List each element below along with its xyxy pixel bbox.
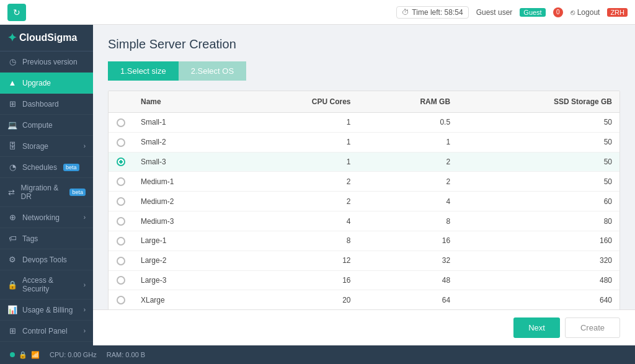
sidebar-item-previous-version[interactable]: ◷ Previous version [0, 51, 93, 73]
row-radio[interactable] [109, 270, 133, 290]
row-ssd: 160 [458, 231, 619, 251]
radio-circle [117, 237, 125, 246]
row-radio[interactable] [109, 132, 133, 152]
col-radio [109, 91, 133, 113]
sidebar-item-networking[interactable]: ⊕ Networking › [0, 207, 93, 228]
table-row[interactable]: Large-21232320 [109, 251, 619, 270]
row-ssd: 60 [458, 192, 619, 211]
row-cpu: 1 [239, 113, 358, 133]
tab-select-size[interactable]: 1.Select size [108, 61, 179, 81]
server-size-table-container: Name CPU Cores RAM GB SSD Storage GB Sma… [108, 91, 620, 309]
row-name: XLarge [133, 290, 239, 309]
page-title: Simple Server Creation [108, 37, 620, 51]
server-size-table: Name CPU Cores RAM GB SSD Storage GB Sma… [109, 91, 619, 309]
radio-circle [117, 138, 125, 147]
status-bar: 🔒 📶 CPU: 0.00 GHz RAM: 0.00 B [0, 345, 635, 364]
col-ssd: SSD Storage GB [458, 91, 619, 113]
row-radio[interactable] [109, 290, 133, 309]
row-radio[interactable] [109, 231, 133, 251]
tab-select-os[interactable]: 2.Select OS [179, 61, 246, 81]
row-name: Large-3 [133, 270, 239, 290]
sidebar-item-dashboard[interactable]: ⊞ Dashboard [0, 94, 93, 115]
refresh-button[interactable]: ↻ [7, 4, 26, 21]
row-name: Small-1 [133, 113, 239, 133]
row-cpu: 20 [239, 290, 358, 309]
sidebar-item-access[interactable]: 🔒 Access & Security › [0, 270, 93, 300]
table-row[interactable]: Small-21150 [109, 132, 619, 152]
create-button[interactable]: Create [565, 317, 620, 338]
content-inner: Simple Server Creation 1.Select size 2.S… [93, 25, 635, 309]
row-ssd: 50 [458, 152, 619, 172]
row-name: Large-1 [133, 231, 239, 251]
guest-user-label: Guest user [476, 8, 513, 17]
logout-label: Logout [577, 8, 600, 17]
beta-badge: beta [69, 189, 86, 196]
sidebar-item-label: Dashboard [22, 100, 59, 109]
next-button[interactable]: Next [513, 317, 560, 338]
sidebar-item-label: Upgrade [22, 79, 51, 87]
radio-circle [117, 276, 125, 285]
row-radio[interactable] [109, 113, 133, 133]
row-name: Small-3 [133, 152, 239, 172]
sidebar-item-label: Schedules [22, 163, 57, 172]
sidebar-item-label: Tags [22, 234, 38, 243]
row-cpu: 4 [239, 211, 358, 231]
compute-icon: 💻 [7, 120, 17, 130]
sidebar-item-label: Previous version [22, 58, 78, 66]
sidebar-item-label: Networking [22, 213, 60, 222]
radio-circle [117, 296, 125, 304]
timer: ⏱ Time left: 58:54 [396, 6, 468, 19]
radio-circle [117, 217, 125, 226]
col-name: Name [133, 91, 239, 113]
topbar: ↻ ⏱ Time left: 58:54 Guest user Guest 0 … [0, 0, 635, 25]
row-radio[interactable] [109, 172, 133, 192]
row-radio[interactable] [109, 152, 133, 172]
sidebar-item-label: Migration & DR [21, 184, 64, 201]
tags-icon: 🏷 [7, 234, 17, 243]
content-area: Simple Server Creation 1.Select size 2.S… [93, 25, 635, 345]
row-radio[interactable] [109, 211, 133, 231]
sidebar-item-devops[interactable]: ⚙ Devops Tools [0, 249, 93, 270]
row-radio[interactable] [109, 192, 133, 211]
sidebar-item-billing[interactable]: 📊 Usage & Billing › [0, 300, 93, 321]
row-name: Large-2 [133, 251, 239, 270]
radio-circle [117, 197, 125, 206]
cpu-status: CPU: 0.00 GHz [50, 351, 97, 358]
row-radio[interactable] [109, 251, 133, 270]
sidebar-item-schedules[interactable]: ◔ Schedules beta [0, 157, 93, 178]
row-ssd: 640 [458, 290, 619, 309]
sidebar-item-tags[interactable]: 🏷 Tags [0, 228, 93, 249]
row-name: Medium-1 [133, 172, 239, 192]
row-cpu: 2 [239, 192, 358, 211]
sidebar-item-label: Storage [22, 142, 48, 151]
refresh-icon: ↻ [13, 7, 20, 17]
table-row[interactable]: Small-31250 [109, 152, 619, 172]
sidebar: ✦ CloudSigma ◷ Previous version ▲ Upgrad… [0, 25, 93, 345]
table-row[interactable]: XLarge2064640 [109, 290, 619, 309]
sidebar-item-storage[interactable]: 🗄 Storage › [0, 136, 93, 157]
sidebar-item-migration[interactable]: ⇄ Migration & DR beta [0, 178, 93, 207]
table-row[interactable]: Large-1816160 [109, 231, 619, 251]
sidebar-item-label: Access & Security [22, 276, 79, 293]
row-ssd: 50 [458, 113, 619, 133]
row-ssd: 50 [458, 172, 619, 192]
status-icon-1: 🔒 [19, 351, 27, 359]
row-ram: 0.5 [358, 113, 458, 133]
sidebar-item-compute[interactable]: 💻 Compute [0, 115, 93, 136]
table-row[interactable]: Medium-12250 [109, 172, 619, 192]
row-cpu: 8 [239, 231, 358, 251]
row-ssd: 320 [458, 251, 619, 270]
table-row[interactable]: Large-31648480 [109, 270, 619, 290]
table-row[interactable]: Small-110.550 [109, 113, 619, 133]
sidebar-item-control[interactable]: ⊞ Control Panel › [0, 321, 93, 342]
table-header-row: Name CPU Cores RAM GB SSD Storage GB [109, 91, 619, 113]
storage-icon: 🗄 [7, 141, 17, 151]
table-row[interactable]: Medium-22460 [109, 192, 619, 211]
row-ram: 64 [358, 290, 458, 309]
tabs: 1.Select size 2.Select OS [108, 61, 620, 81]
sidebar-item-upgrade[interactable]: ▲ Upgrade [0, 73, 93, 94]
logo-text: CloudSigma [19, 32, 77, 43]
upgrade-icon: ▲ [7, 78, 17, 87]
logout-button[interactable]: ⎋ Logout [571, 8, 600, 17]
table-row[interactable]: Medium-34880 [109, 211, 619, 231]
